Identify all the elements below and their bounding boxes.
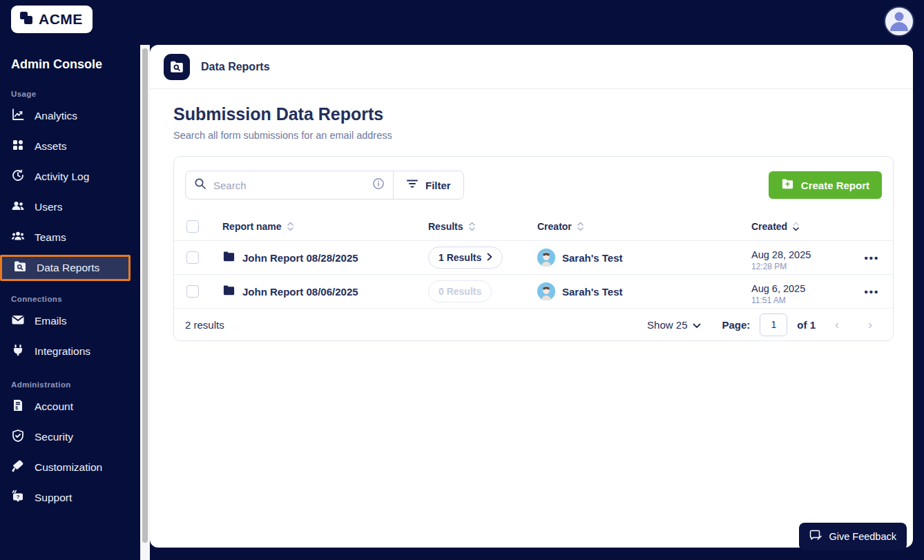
creator-name: Sarah's Test: [562, 286, 623, 298]
sidebar-item-users[interactable]: Users: [11, 192, 140, 222]
next-page-button[interactable]: ›: [858, 318, 882, 332]
page-title: Submission Data Reports: [173, 104, 894, 124]
search-box[interactable]: [186, 171, 393, 199]
created-cell: Aug 6, 2025 11:51 AM: [740, 278, 851, 305]
row-checkbox[interactable]: [186, 251, 199, 264]
folder-plus-icon: [781, 177, 794, 193]
results-label: 1 Results: [439, 252, 481, 263]
report-name-cell[interactable]: John Report 08/28/2025: [211, 250, 417, 266]
search-input[interactable]: [213, 180, 365, 191]
sidebar: Admin Console Usage Analytics Assets Act…: [0, 45, 140, 560]
sidebar-item-security[interactable]: Security: [11, 422, 140, 452]
select-all-checkbox[interactable]: [186, 220, 199, 233]
sidebar-item-support[interactable]: ? Support: [11, 483, 140, 513]
report-name: John Report 08/28/2025: [242, 252, 358, 264]
row-actions-menu[interactable]: •••: [865, 286, 880, 298]
report-name: John Report 08/06/2025: [242, 286, 358, 298]
column-header-report-name[interactable]: Report name: [211, 221, 417, 232]
column-header-results[interactable]: Results: [417, 221, 526, 232]
row-actions-menu[interactable]: •••: [865, 252, 880, 264]
data-reports-icon: [13, 260, 27, 276]
svg-text:$: $: [15, 405, 18, 411]
show-per-page-select[interactable]: Show 25: [647, 319, 701, 331]
search-filter-group: Filter: [185, 171, 464, 200]
sidebar-item-label: Activity Log: [35, 171, 89, 183]
create-report-button[interactable]: Create Report: [769, 171, 882, 199]
page-scrollbar[interactable]: [140, 45, 150, 560]
reports-toolbar: Filter Create Report: [174, 157, 893, 212]
creator-cell: Sarah's Test: [526, 282, 740, 300]
plug-icon: [11, 343, 25, 360]
column-label: Report name: [222, 221, 282, 232]
column-label: Created: [751, 221, 787, 232]
row-checkbox[interactable]: [186, 285, 199, 298]
sidebar-item-emails[interactable]: Emails: [11, 306, 140, 336]
sort-icon: [468, 221, 476, 232]
scrollbar-thumb[interactable]: [142, 48, 148, 543]
folder-icon: [222, 250, 235, 266]
sidebar-item-integrations[interactable]: Integrations: [11, 336, 140, 367]
info-icon[interactable]: [372, 177, 385, 193]
analytics-icon: [11, 108, 25, 124]
content-header: Data Reports: [150, 45, 913, 89]
column-header-created[interactable]: Created: [740, 221, 851, 232]
table-row[interactable]: John Report 08/28/2025 1 Results Sarah's…: [174, 240, 893, 274]
page-subtitle: Search all form submissions for an email…: [173, 130, 894, 141]
users-icon: [11, 199, 25, 215]
table-header-row: Report name Results Creator Created: [174, 212, 893, 240]
give-feedback-button[interactable]: Give Feedback: [799, 523, 907, 550]
section-label-connections: Connections: [11, 295, 140, 303]
sidebar-item-assets[interactable]: Assets: [11, 131, 140, 162]
created-date: Aug 6, 2025: [751, 283, 851, 294]
sidebar-item-label: Users: [35, 201, 62, 213]
sidebar-item-teams[interactable]: Teams: [11, 222, 140, 253]
page-of-label: of 1: [797, 319, 816, 331]
teams-icon: [11, 229, 25, 246]
results-pill[interactable]: 1 Results: [428, 247, 503, 269]
page-label: Page:: [722, 319, 750, 331]
sidebar-item-data-reports[interactable]: Data Reports: [0, 255, 131, 281]
svg-text:?: ?: [17, 494, 20, 500]
creator-avatar: [537, 282, 555, 300]
creator-cell: Sarah's Test: [526, 249, 740, 267]
report-name-cell[interactable]: John Report 08/06/2025: [211, 284, 417, 300]
results-pill-disabled: 0 Results: [428, 280, 492, 302]
chevron-down-icon: [693, 319, 701, 331]
acme-logo-text: ACME: [39, 11, 83, 28]
previous-page-button[interactable]: ‹: [825, 318, 849, 332]
filter-label: Filter: [425, 180, 451, 191]
sidebar-item-analytics[interactable]: Analytics: [11, 101, 140, 131]
give-feedback-label: Give Feedback: [829, 531, 896, 542]
table-row[interactable]: John Report 08/06/2025 0 Results Sarah's…: [174, 274, 893, 308]
sidebar-item-customization[interactable]: Customization: [11, 452, 140, 483]
content-body: Submission Data Reports Search all form …: [150, 89, 913, 341]
filter-button[interactable]: Filter: [394, 171, 463, 199]
sidebar-item-label: Support: [35, 492, 72, 504]
table-footer: 2 results Show 25 Page: of 1 ‹ ›: [174, 308, 893, 340]
sidebar-item-account[interactable]: $ Account: [11, 392, 140, 422]
results-cell: 0 Results: [417, 280, 526, 302]
sidebar-item-label: Security: [35, 431, 73, 443]
user-avatar[interactable]: [884, 6, 914, 37]
sidebar-item-label: Customization: [35, 461, 102, 474]
search-icon: [194, 177, 206, 193]
results-label: 0 Results: [439, 286, 481, 297]
activity-log-icon: [11, 168, 25, 185]
create-report-label: Create Report: [801, 180, 869, 191]
main-panel: Data Reports Submission Data Reports Sea…: [150, 45, 913, 548]
column-label: Results: [428, 221, 463, 232]
content-header-title: Data Reports: [201, 61, 270, 73]
column-header-creator[interactable]: Creator: [526, 221, 740, 232]
section-label-usage: Usage: [11, 90, 140, 98]
chevron-right-icon: [487, 252, 492, 263]
acme-logo[interactable]: ACME: [11, 6, 93, 33]
column-label: Creator: [537, 221, 572, 232]
sidebar-item-activity-log[interactable]: Activity Log: [11, 162, 140, 192]
created-date: Aug 28, 2025: [751, 249, 851, 260]
page-number-input[interactable]: [760, 313, 787, 336]
account-icon: $: [11, 398, 25, 415]
feedback-chat-edit-icon: [809, 530, 822, 543]
sidebar-item-label: Account: [35, 400, 73, 413]
email-icon: [11, 313, 25, 329]
sidebar-item-label: Assets: [35, 140, 67, 153]
